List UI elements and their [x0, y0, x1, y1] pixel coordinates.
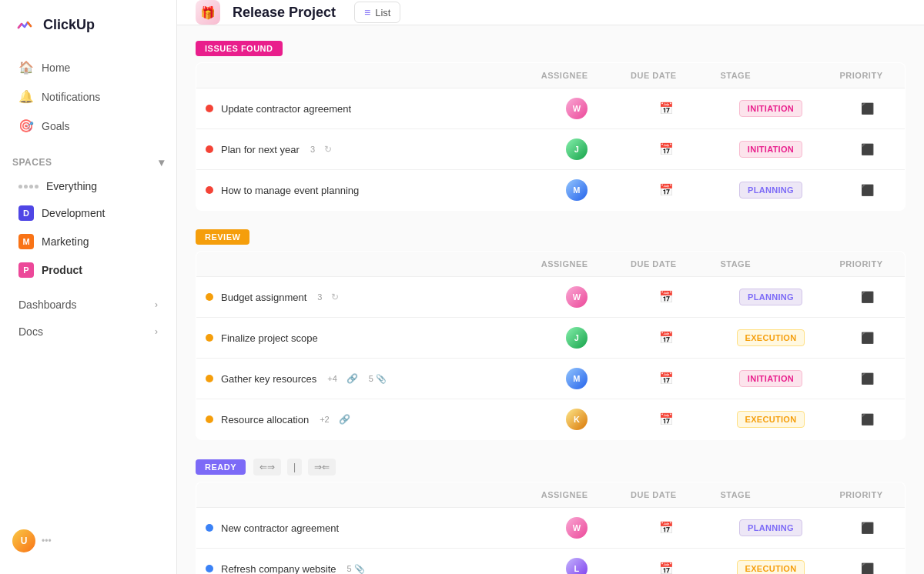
priority-cell: ⬛ — [831, 88, 906, 129]
ctrl-btn-2[interactable]: | — [287, 459, 302, 476]
stage-cell: EXECUTION — [711, 318, 830, 359]
project-icon: 🎁 — [196, 0, 220, 25]
task-name-cell: Finalize project scope — [196, 318, 532, 359]
section-ready-header: READY ⇐⇒ | ⇒⇐ — [196, 459, 906, 476]
task-dot — [206, 415, 213, 423]
task-dot — [206, 334, 213, 342]
duedate-cell[interactable]: 📅 — [621, 508, 711, 549]
priority-cell: ⬛ — [831, 318, 906, 359]
col-task — [196, 63, 532, 88]
assignee-cell: L — [532, 549, 621, 575]
priority-icon: ⬛ — [861, 562, 874, 574]
priority-icon: ⬛ — [861, 184, 874, 196]
calendar-icon: 📅 — [659, 521, 674, 534]
col-priority: PRIORITY — [831, 482, 906, 508]
stage-cell: PLANNING — [711, 277, 830, 318]
subtask-icon: ↻ — [324, 144, 332, 155]
attach-count: 5 📎 — [347, 564, 365, 574]
sidebar-nav: 🏠 Home 🔔 Notifications 🎯 Goals — [0, 52, 176, 141]
duedate-cell[interactable]: 📅 — [621, 549, 711, 575]
duedate-cell[interactable]: 📅 — [621, 318, 711, 359]
task-dot — [206, 186, 213, 194]
task-title[interactable]: Update contractor agreement — [221, 103, 351, 115]
sidebar-item-docs[interactable]: Docs › — [6, 319, 170, 345]
section-review-header: REVIEW — [196, 229, 906, 245]
svg-rect-0 — [14, 14, 35, 35]
table-row: New contractor agreement W 📅 PLANNING ⬛ — [196, 508, 906, 549]
sidebar-item-goals[interactable]: 🎯 Goals — [6, 112, 170, 140]
task-title[interactable]: Gather key resources — [221, 373, 316, 385]
sidebar-item-home[interactable]: 🏠 Home — [6, 53, 170, 82]
issues-table: ASSIGNEE DUE DATE STAGE PRIORITY Update … — [196, 62, 906, 211]
review-table: ASSIGNEE DUE DATE STAGE PRIORITY Budget … — [196, 251, 906, 440]
footer-dots: ••• — [42, 536, 52, 546]
sidebar-item-everything-label: Everything — [46, 180, 97, 192]
task-title[interactable]: Refresh company website — [221, 563, 336, 575]
ctrl-btn-1[interactable]: ⇐⇒ — [253, 459, 281, 476]
sidebar-item-everything[interactable]: Everything — [6, 174, 170, 199]
list-view-button[interactable]: ≡ List — [354, 2, 400, 23]
duedate-cell[interactable]: 📅 — [621, 88, 711, 129]
stage-badge: INITIATION — [739, 370, 802, 387]
sidebar-item-marketing-label: Marketing — [42, 235, 89, 248]
task-name-cell: New contractor agreement — [196, 508, 532, 549]
sidebar-item-notifications[interactable]: 🔔 Notifications — [6, 82, 170, 111]
product-badge: P — [18, 262, 34, 278]
avatar: W — [566, 517, 588, 539]
user-avatar[interactable]: U — [12, 529, 35, 552]
sidebar-item-development[interactable]: D Development — [6, 199, 170, 227]
sidebar-footer: U ••• — [0, 520, 176, 562]
app-name: ClickUp — [43, 17, 95, 33]
marketing-badge: M — [18, 234, 34, 249]
table-row: Gather key resources +4 🔗 5 📎 M 📅 INITIA… — [196, 359, 906, 399]
issues-found-badge: ISSUES FOUND — [196, 41, 283, 56]
col-task — [196, 482, 532, 508]
task-title[interactable]: Resource allocation — [221, 414, 309, 425]
priority-cell: ⬛ — [831, 549, 906, 575]
task-count: +2 — [320, 415, 330, 424]
stage-cell: PLANNING — [711, 508, 830, 549]
sidebar-bottom: Dashboards › Docs › — [0, 291, 176, 345]
task-content: ISSUES FOUND ASSIGNEE DUE DATE STAGE PRI… — [177, 25, 924, 574]
home-icon: 🏠 — [18, 60, 34, 75]
priority-cell: ⬛ — [831, 399, 906, 440]
stage-badge: EXECUTION — [737, 411, 805, 428]
spaces-collapse-icon[interactable]: ▾ — [159, 156, 165, 169]
duedate-cell[interactable]: 📅 — [621, 129, 711, 170]
priority-icon: ⬛ — [861, 372, 874, 385]
review-table-header: ASSIGNEE DUE DATE STAGE PRIORITY — [196, 252, 906, 277]
task-count: 3 — [317, 292, 322, 302]
table-row: Refresh company website 5 📎 L 📅 EXECUTIO… — [196, 549, 906, 575]
table-row: Finalize project scope J 📅 EXECUTION ⬛ — [196, 318, 906, 359]
col-stage: STAGE — [711, 252, 830, 277]
sidebar-item-dashboards[interactable]: Dashboards › — [6, 292, 170, 318]
duedate-cell[interactable]: 📅 — [621, 277, 711, 318]
clickup-logo-icon — [12, 12, 37, 37]
subtask-icon: ↻ — [331, 292, 339, 302]
col-assignee: ASSIGNEE — [532, 63, 621, 88]
sidebar-item-product[interactable]: P Product — [6, 256, 170, 284]
duedate-cell[interactable]: 📅 — [621, 399, 711, 440]
col-assignee: ASSIGNEE — [532, 252, 621, 277]
avatar: M — [566, 179, 588, 201]
task-title[interactable]: New contractor agreement — [221, 522, 339, 534]
calendar-icon: 📅 — [659, 412, 674, 425]
ctrl-btn-3[interactable]: ⇒⇐ — [308, 459, 336, 476]
task-dot — [206, 375, 213, 382]
stage-badge: PLANNING — [739, 519, 802, 536]
ready-table: ASSIGNEE DUE DATE STAGE PRIORITY New con… — [196, 482, 906, 574]
avatar: L — [566, 558, 588, 574]
sidebar-item-marketing[interactable]: M Marketing — [6, 228, 170, 255]
task-title[interactable]: Budget assignment — [221, 292, 306, 303]
stage-badge: INITIATION — [739, 141, 802, 158]
assignee-cell: J — [532, 318, 621, 359]
task-title[interactable]: Plan for next year — [221, 144, 300, 155]
task-name-cell: Budget assignment 3 ↻ — [196, 277, 532, 318]
attach-count: 5 📎 — [369, 374, 387, 384]
col-stage: STAGE — [711, 63, 830, 88]
task-title[interactable]: How to manage event planning — [221, 185, 359, 196]
task-count: +4 — [327, 374, 337, 383]
task-title[interactable]: Finalize project scope — [221, 332, 318, 344]
duedate-cell[interactable]: 📅 — [621, 359, 711, 399]
duedate-cell[interactable]: 📅 — [621, 170, 711, 211]
